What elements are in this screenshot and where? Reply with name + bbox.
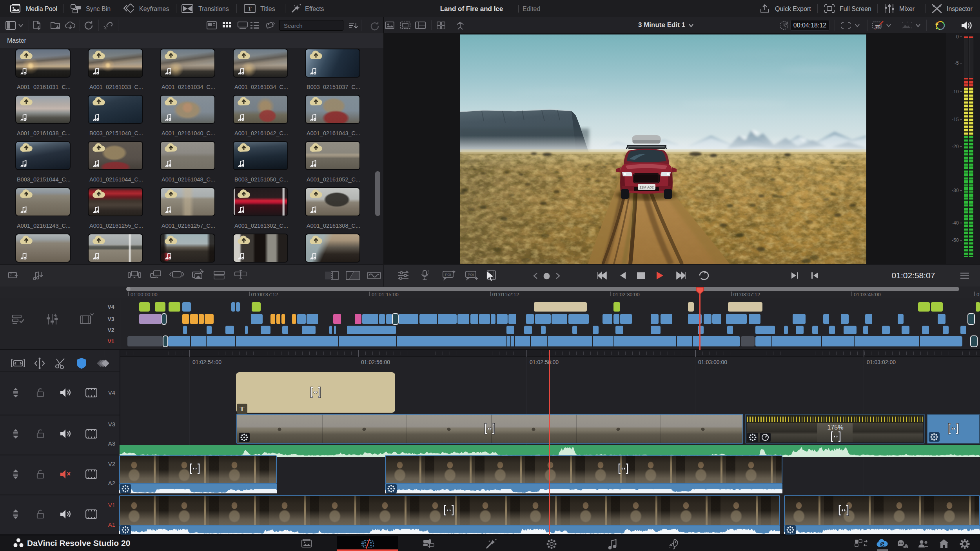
svg-text:PXY: PXY (875, 25, 880, 28)
svg-text:T: T (248, 6, 252, 12)
svg-text:POI: POI (445, 273, 451, 277)
svg-text:11M A02: 11M A02 (639, 185, 654, 189)
svg-text:T: T (240, 405, 245, 413)
svg-text:POI: POI (468, 273, 474, 277)
